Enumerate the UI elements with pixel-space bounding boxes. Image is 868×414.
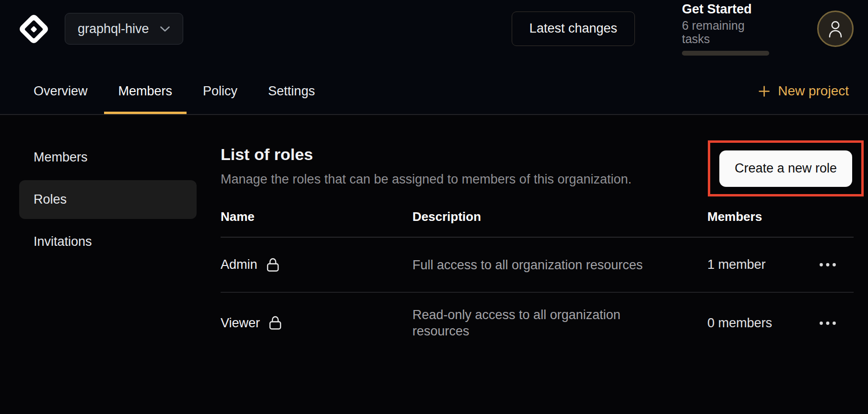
role-name: Viewer bbox=[221, 316, 260, 331]
role-name: Admin bbox=[221, 257, 258, 272]
members-sidebar: Members Roles Invitations bbox=[19, 138, 197, 414]
column-header-description: Description bbox=[412, 209, 707, 224]
members-page: Members Roles Invitations List of roles … bbox=[0, 115, 868, 414]
column-header-members: Members bbox=[707, 209, 816, 224]
lock-icon bbox=[266, 257, 280, 273]
ellipsis-icon bbox=[819, 263, 836, 267]
get-started-progress-bar bbox=[682, 51, 769, 56]
new-project-label: New project bbox=[778, 83, 849, 99]
chevron-down-icon bbox=[160, 26, 170, 32]
role-actions-menu-button[interactable] bbox=[816, 258, 839, 272]
plus-icon bbox=[758, 85, 771, 98]
sidebar-item-members[interactable]: Members bbox=[19, 138, 197, 177]
table-row-viewer: Viewer Read-only access to all organizat… bbox=[221, 293, 854, 353]
sidebar-item-invitations[interactable]: Invitations bbox=[19, 222, 197, 261]
role-members-count: 0 members bbox=[707, 316, 816, 331]
organization-name: graphql-hive bbox=[78, 22, 149, 36]
create-new-role-button[interactable]: Create a new role bbox=[719, 150, 852, 187]
role-actions-menu-button[interactable] bbox=[816, 316, 839, 330]
hive-logo-icon bbox=[18, 13, 49, 45]
roles-panel: List of roles Manage the roles that can … bbox=[221, 138, 854, 414]
roles-table-header: Name Description Members bbox=[221, 196, 854, 238]
user-avatar-button[interactable] bbox=[817, 11, 854, 47]
user-icon bbox=[827, 20, 844, 38]
organization-tabs: Overview Members Policy Settings New pro… bbox=[0, 58, 868, 115]
roles-table: Name Description Members Admin Full acce… bbox=[221, 196, 854, 353]
tab-policy[interactable]: Policy bbox=[188, 68, 252, 114]
role-description: Full access to all organization resource… bbox=[412, 257, 652, 273]
top-bar: graphql-hive Latest changes Get Started … bbox=[0, 0, 868, 58]
tab-members[interactable]: Members bbox=[104, 68, 187, 114]
lock-icon bbox=[269, 315, 282, 331]
new-project-link[interactable]: New project bbox=[758, 68, 849, 114]
role-description: Read-only access to all organization res… bbox=[412, 307, 652, 339]
column-header-name: Name bbox=[221, 209, 412, 224]
app-root: graphql-hive Latest changes Get Started … bbox=[0, 0, 868, 414]
table-row-admin: Admin Full access to all organization re… bbox=[221, 238, 854, 293]
role-members-count: 1 member bbox=[707, 257, 816, 272]
get-started-widget[interactable]: Get Started 6 remaining tasks bbox=[682, 2, 770, 56]
latest-changes-button[interactable]: Latest changes bbox=[512, 12, 635, 46]
tab-settings[interactable]: Settings bbox=[254, 68, 329, 114]
organization-switcher[interactable]: graphql-hive bbox=[65, 13, 183, 45]
annotation-highlight-box: Create a new role bbox=[708, 140, 864, 196]
top-bar-right: Latest changes Get Started 6 remaining t… bbox=[512, 2, 854, 56]
ellipsis-icon bbox=[819, 321, 836, 325]
sidebar-item-roles[interactable]: Roles bbox=[19, 180, 197, 219]
get-started-remaining-tasks: 6 remaining tasks bbox=[682, 19, 770, 46]
tab-overview[interactable]: Overview bbox=[19, 68, 102, 114]
get-started-title: Get Started bbox=[682, 2, 770, 17]
